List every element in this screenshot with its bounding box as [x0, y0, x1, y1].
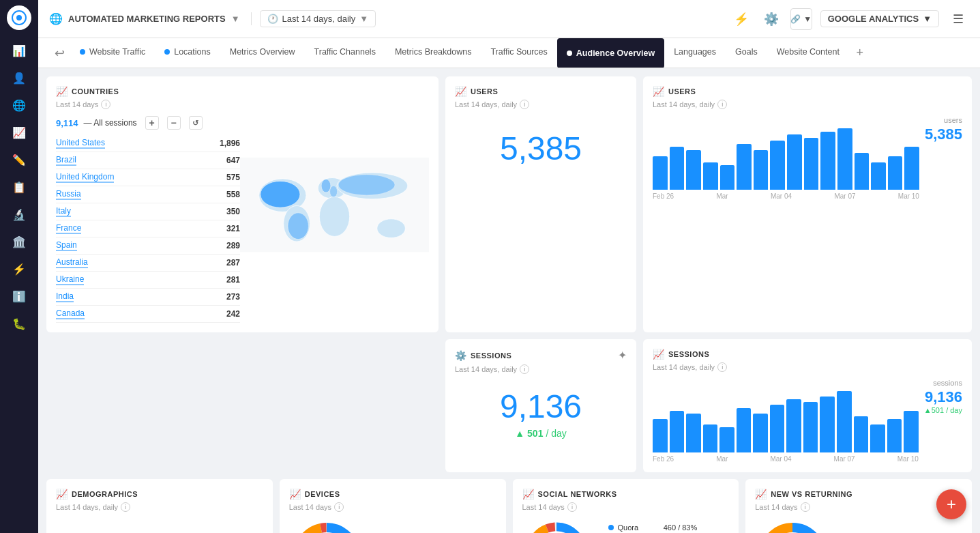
country-value: 1,896 [220, 139, 240, 148]
new-returning-donut-svg [755, 519, 830, 533]
countries-add-button[interactable]: + [145, 116, 159, 130]
lightning-button[interactable]: ⚡ [730, 8, 752, 30]
sidebar-icon-bank[interactable]: 🏛️ [7, 229, 31, 254]
date-range-selector[interactable]: 🕐 Last 14 days, daily ▼ [260, 10, 376, 27]
tab-traffic-channels[interactable]: Traffic Channels [305, 38, 385, 68]
sessions-metric-header: ⚙️ SESSIONS ✦ [455, 349, 627, 362]
users-chart-trend-icon: 📈 [653, 86, 664, 97]
tab-website-content[interactable]: Website Content [767, 38, 849, 68]
users-bar [855, 153, 870, 190]
social-title: SOCIAL NETWORKS [538, 490, 617, 498]
sessions-bar [837, 391, 852, 452]
sessions-chart-info-icon[interactable]: i [717, 362, 727, 372]
brand-selector[interactable]: 🌐 AUTOMATED MARKETING REPORTS ▼ [49, 12, 252, 25]
country-name[interactable]: Italy [56, 206, 71, 217]
tab-website-traffic-label: Website Traffic [89, 47, 145, 57]
tab-languages[interactable]: Languages [664, 38, 726, 68]
audience-overview-dot [567, 51, 572, 56]
sessions-info-icon[interactable]: i [520, 364, 529, 374]
country-row[interactable]: United Kingdom575 [56, 169, 240, 186]
tab-audience-overview[interactable]: Audience Overview [557, 38, 664, 68]
country-row[interactable]: India273 [56, 289, 240, 306]
demographics-info-icon[interactable]: i [121, 502, 130, 512]
country-name[interactable]: Brazil [56, 155, 76, 166]
country-name[interactable]: Russia [56, 189, 81, 200]
social-header: 📈 SOCIAL NETWORKS [522, 489, 730, 500]
date-chevron-icon: ▼ [359, 14, 368, 24]
countries-info-icon[interactable]: i [101, 100, 110, 109]
sessions-bar-chart [653, 384, 919, 452]
sidebar-icon-globe[interactable]: 🌐 [7, 93, 31, 117]
users-trend-icon: 📈 [455, 86, 466, 97]
sessions-bar [653, 419, 668, 452]
countries-card: 📈 COUNTRIES Last 14 days i 9,114 — All s… [46, 76, 439, 332]
country-name[interactable]: France [56, 223, 81, 234]
sidebar-icon-bolt[interactable]: ⚡ [7, 257, 31, 281]
country-name[interactable]: Spain [56, 240, 77, 251]
tab-metrics-breakdowns-label: Metrics Breakdowns [395, 47, 472, 57]
add-tab-button[interactable]: + [852, 45, 868, 61]
ga-selector[interactable]: GOOGLE ANALYTICS ▼ [820, 10, 939, 27]
social-period: Last 14 days i [522, 502, 730, 512]
country-row[interactable]: Brazil647 [56, 152, 240, 169]
sidebar-icon-lab[interactable]: 🔬 [7, 202, 31, 227]
brand-chevron-icon: ▼ [231, 14, 240, 24]
users-bar [653, 156, 668, 190]
menu-button[interactable]: ☰ [947, 8, 969, 30]
settings-button[interactable]: ⚙️ [760, 8, 782, 30]
sidebar-icon-info[interactable]: ℹ️ [7, 284, 31, 308]
users-chart-period: Last 14 days, daily i [653, 100, 962, 109]
fab-add-button[interactable]: + [936, 489, 966, 519]
country-row[interactable]: France321 [56, 220, 240, 237]
new-returning-info-icon[interactable]: i [801, 502, 810, 512]
new-returning-header: 📈 NEW VS RETURNING [755, 489, 962, 500]
country-name[interactable]: United Kingdom [56, 172, 114, 183]
sidebar-icon-trend[interactable]: 📈 [7, 120, 31, 145]
country-row[interactable]: Canada242 [56, 306, 240, 323]
country-name[interactable]: India [56, 291, 74, 302]
svg-point-1 [16, 15, 22, 20]
country-value: 242 [226, 309, 240, 319]
country-row[interactable]: Australia287 [56, 255, 240, 272]
new-returning-trend-icon: 📈 [755, 489, 767, 500]
sessions-options-icon[interactable]: ✦ [618, 349, 627, 362]
sidebar-icon-users[interactable]: 👤 [7, 66, 31, 90]
sidebar-icon-chart[interactable]: 📊 [7, 38, 31, 63]
country-name[interactable]: Canada [56, 308, 85, 319]
devices-info-icon[interactable]: i [334, 502, 344, 512]
country-name[interactable]: United States [56, 138, 105, 149]
share-button[interactable]: 🔗 ▼ [790, 8, 812, 30]
country-row[interactable]: Spain289 [56, 237, 240, 255]
topbar: 🌐 AUTOMATED MARKETING REPORTS ▼ 🕐 Last 1… [38, 0, 980, 38]
country-row[interactable]: Italy350 [56, 203, 240, 220]
tab-metrics-overview[interactable]: Metrics Overview [220, 38, 305, 68]
country-value: 350 [226, 207, 240, 216]
tab-website-traffic[interactable]: Website Traffic [70, 38, 155, 68]
country-name[interactable]: Ukraine [56, 274, 84, 285]
users-bar [720, 165, 735, 190]
sessions-bar [870, 424, 885, 452]
users-chart-info-icon[interactable]: i [717, 100, 727, 109]
sidebar-icon-bug[interactable]: 🐛 [7, 311, 31, 336]
users-info-icon[interactable]: i [520, 100, 529, 109]
country-row[interactable]: United States1,896 [56, 135, 240, 152]
social-info-icon[interactable]: i [567, 502, 577, 512]
sidebar-icon-edit[interactable]: ✏️ [7, 147, 31, 172]
countries-reset-button[interactable]: ↺ [189, 116, 203, 130]
tab-traffic-sources[interactable]: Traffic Sources [481, 38, 556, 68]
sidebar-icon-list[interactable]: 📋 [7, 175, 31, 199]
countries-remove-button[interactable]: − [167, 116, 181, 130]
country-row[interactable]: Ukraine281 [56, 272, 240, 289]
sessions-chart-card: 📈 SESSIONS Last 14 days, daily i Feb 26 … [643, 339, 972, 472]
country-name[interactable]: Australia [56, 257, 88, 268]
tab-metrics-overview-label: Metrics Overview [230, 47, 295, 57]
tab-locations[interactable]: Locations [155, 38, 220, 68]
users-bar [686, 150, 701, 190]
tab-metrics-breakdowns[interactable]: Metrics Breakdowns [385, 38, 481, 68]
sessions-chart-title: SESSIONS [668, 350, 709, 358]
nav-back-button[interactable]: ↩ [49, 46, 70, 61]
tab-goals[interactable]: Goals [726, 38, 767, 68]
sessions-chart-header: 📈 SESSIONS [653, 349, 962, 360]
ga-label: GOOGLE ANALYTICS [828, 14, 919, 24]
country-row[interactable]: Russia558 [56, 186, 240, 203]
